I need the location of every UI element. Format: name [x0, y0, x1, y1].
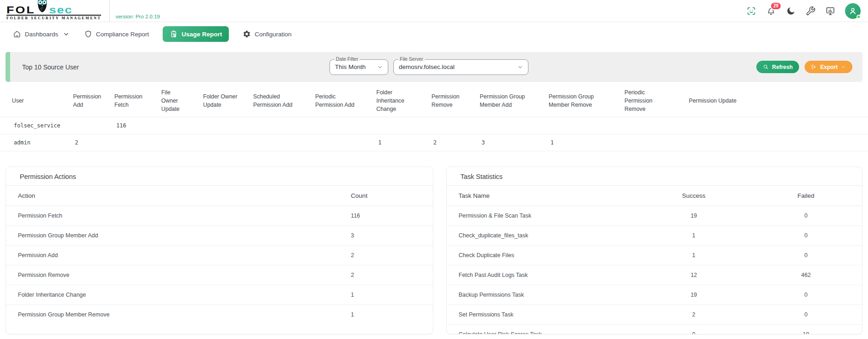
spacer-cell	[858, 265, 862, 285]
failed-count-cell: 0	[746, 226, 858, 246]
column-header: Permission Remove	[420, 85, 468, 117]
topbar-actions: 29	[746, 0, 868, 22]
notifications-button[interactable]: 29	[766, 6, 776, 16]
success-count-cell: 1	[634, 226, 746, 246]
logo-text-primary: FOL	[6, 5, 35, 14]
count-cell: 1	[339, 285, 433, 305]
system-monitor-icon[interactable]	[825, 6, 835, 16]
table-cell	[102, 134, 149, 151]
table-row: Permission & File Scan Task 19 0	[447, 206, 862, 226]
face-scan-icon[interactable]	[746, 6, 756, 16]
table-row: Permission Group Member Remove 1	[6, 305, 433, 325]
table-row: Fetch Past Audit Logs Task 12 462	[447, 265, 862, 285]
count-cell: 2	[339, 246, 433, 265]
table-cell	[149, 134, 191, 151]
table-row: Check Duplicate Files 1 0	[447, 246, 862, 265]
column-header: Permission Group Member Add	[468, 85, 537, 117]
spacer-cell	[858, 325, 862, 335]
table-row: admin 2 1 2 3 1	[0, 134, 868, 151]
table-cell: 1	[364, 134, 420, 151]
nav-dashboards-label: Dashboards	[25, 31, 58, 38]
table-cell: 3	[468, 134, 537, 151]
nav-configuration[interactable]: Configuration	[243, 30, 291, 38]
column-header: Scheduled Permission Add	[241, 85, 303, 117]
shield-icon	[84, 30, 92, 38]
column-header: Permission Add	[61, 85, 102, 117]
count-cell: 2	[339, 265, 433, 285]
failed-count-cell: 462	[746, 265, 858, 285]
top-source-user-table: UserPermission AddPermission FetchFile O…	[0, 85, 868, 151]
column-header: Periodic Permission Add	[303, 85, 364, 117]
table-header-row: Task Name Success Failed	[447, 186, 862, 206]
failed-count-cell: 0	[746, 305, 858, 325]
success-count-cell: 1	[634, 246, 746, 265]
dark-mode-moon-icon[interactable]	[786, 6, 796, 16]
date-filter-select[interactable]: Date Filter This Month	[329, 59, 388, 75]
nav-compliance-report[interactable]: Compliance Report	[84, 30, 149, 38]
column-header: Failed	[746, 186, 858, 206]
nav-dashboards[interactable]: Dashboards	[13, 30, 70, 38]
column-header: Periodic Permission Remove	[613, 85, 677, 117]
failed-count-cell: 19	[746, 325, 858, 335]
column-header: Folder Owner Update	[191, 85, 241, 117]
table-cell: 1	[537, 134, 613, 151]
table-cell	[303, 134, 364, 151]
table-cell	[537, 117, 613, 134]
column-header: Success	[634, 186, 746, 206]
table-header-row: ActionCount	[6, 186, 433, 206]
success-count-cell: 19	[634, 285, 746, 305]
nav-usage-report[interactable]: Usage Report	[163, 26, 229, 42]
section-title: Top 10 Source User	[22, 63, 79, 71]
table-header-row: UserPermission AddPermission FetchFile O…	[0, 85, 868, 117]
refresh-button[interactable]: Refresh	[756, 61, 799, 73]
table-row: Permission Group Member Add 3	[6, 226, 433, 246]
success-count-cell: 2	[634, 305, 746, 325]
table-row: Check_duplicate_files_task 1 0	[447, 226, 862, 246]
table-row: Permission Add 2	[6, 246, 433, 265]
main-nav: Dashboards Compliance Report Usage Repor…	[0, 22, 868, 46]
chevron-down-icon	[841, 64, 846, 69]
filter-controls: Date Filter This Month File Server demos…	[329, 59, 528, 75]
table-row: Set Permissions Task 2 0	[447, 305, 862, 325]
table-cell	[149, 117, 191, 134]
gear-icon	[243, 30, 251, 38]
table-cell	[420, 117, 468, 134]
column-header: Permission Fetch	[102, 85, 149, 117]
panels-row: Permission Actions ActionCount Permissio…	[6, 167, 862, 334]
logo-wordmark: FOL sec	[6, 0, 101, 14]
user-avatar[interactable]	[845, 3, 861, 19]
nav-compliance-report-label: Compliance Report	[96, 31, 149, 38]
top-source-user-section-header: Top 10 Source User Date Filter This Mont…	[6, 52, 862, 82]
chevron-down-icon	[62, 30, 70, 38]
failed-count-cell: 0	[746, 285, 858, 305]
export-button[interactable]: Export	[805, 61, 852, 73]
column-header: Permission Group Member Remove	[537, 85, 613, 117]
file-server-value: demosrv.folsec.local	[399, 63, 454, 70]
column-header: Count	[339, 186, 433, 206]
table-cell	[241, 134, 303, 151]
table-cell: 2	[61, 134, 102, 151]
chevron-down-icon	[517, 64, 523, 70]
app-logo[interactable]: FOL sec FOLDER SECURITY MANAGEMENT	[0, 0, 109, 22]
permission-actions-panel: Permission Actions ActionCount Permissio…	[6, 167, 433, 334]
column-header: Task Name	[447, 186, 634, 206]
table-cell: 2	[420, 134, 468, 151]
spacer-cell	[858, 206, 862, 226]
task-name-cell: Check_duplicate_files_task	[447, 226, 634, 246]
table-cell	[191, 117, 241, 134]
table-row: Permission Fetch 116	[6, 206, 433, 226]
notification-badge: 29	[770, 2, 782, 10]
table-cell	[613, 134, 677, 151]
tools-wrench-icon[interactable]	[806, 6, 816, 16]
panel-title: Task Statistics	[447, 167, 862, 186]
online-status-dot	[857, 15, 861, 19]
action-cell: Folder Inheritance Change	[6, 285, 339, 305]
version-label: version: Pro 2.0.19	[110, 0, 160, 22]
file-server-select[interactable]: File Server demosrv.folsec.local	[393, 59, 528, 75]
task-name-cell: Check Duplicate Files	[447, 246, 634, 265]
task-name-cell: Backup Permissions Task	[447, 285, 634, 305]
spacer-cell	[858, 226, 862, 246]
action-cell: Permission Fetch	[6, 206, 339, 226]
nav-configuration-label: Configuration	[255, 31, 291, 38]
logo-tagline: FOLDER SECURITY MANAGEMENT	[6, 15, 101, 20]
